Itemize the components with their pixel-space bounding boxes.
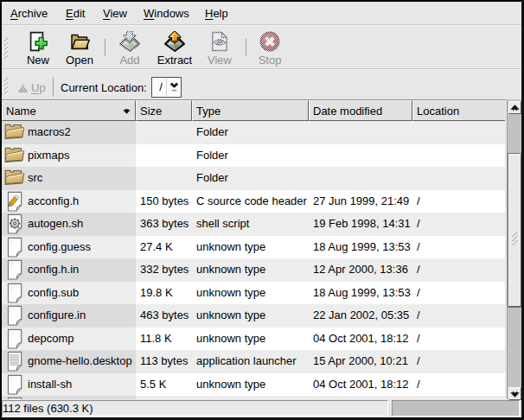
size-value: 332 bytes [140, 258, 189, 282]
name-value: install-sh [28, 373, 72, 397]
file-row-src[interactable]: srcFolder [2, 167, 505, 190]
open-button[interactable]: Open [58, 29, 101, 66]
size-value: 363 bytes [140, 213, 189, 236]
size-value: 150 bytes [140, 190, 189, 213]
column-label: Name [6, 105, 36, 118]
archive-manager-window: ArchiveEditViewWindowsHelp New Open [0, 0, 524, 420]
date-value: 04 Oct 2001, 18:12 [313, 373, 409, 397]
name-value: gnome-hello.desktop [28, 350, 132, 373]
column-header-location[interactable]: Location [412, 100, 506, 121]
name-value: autogen.sh [28, 213, 83, 236]
view-file-icon [209, 31, 230, 52]
open-folder-icon [69, 31, 90, 52]
file-icon [2, 396, 26, 399]
name-value: depcomp [28, 328, 73, 351]
column-header-date-modified[interactable]: Date modified [309, 100, 412, 121]
column-label: Type [196, 105, 220, 118]
location-toolbar-drag-handle[interactable] [3, 75, 10, 96]
vertical-scrollbar[interactable] [507, 99, 521, 399]
open-label: Open [58, 54, 101, 67]
scroll-down-button[interactable] [508, 387, 521, 400]
type-value: unknown type [196, 282, 265, 305]
scrollbar-thumb[interactable] [508, 154, 521, 307]
up-arrow-icon [18, 85, 28, 92]
add-button: Add [108, 29, 151, 66]
loc-value: / [417, 190, 420, 213]
column-header-size[interactable]: Size [136, 100, 192, 121]
column-header-row: NameSizeTypeDate modifiedLocation [2, 100, 506, 121]
file-row-configure.in[interactable]: configure.in463 bytesunknown type22 Jan … [2, 304, 505, 328]
file-row-partial[interactable] [2, 396, 505, 399]
column-header-name[interactable]: Name [2, 100, 136, 121]
date-value: 22 Jan 2002, 05:35 [313, 304, 409, 328]
file-row-gnome-hello.desktop[interactable]: gnome-hello.desktop113 bytesapplication … [2, 350, 505, 373]
column-label: Size [140, 105, 162, 118]
type-value: Folder [196, 144, 228, 168]
menu-windows[interactable]: Windows [144, 3, 189, 25]
file-row-pixmaps[interactable]: pixmapsFolder [2, 144, 505, 168]
name-value: macros2 [28, 121, 71, 144]
window-border-top [0, 0, 524, 2]
extract-button[interactable]: Extract [153, 29, 196, 66]
loc-value: / [417, 282, 420, 305]
loc-value: / [417, 328, 420, 351]
menu-edit[interactable]: Edit [66, 3, 85, 25]
toolbar-separator-line [105, 39, 105, 56]
row-background [136, 167, 505, 190]
file-row-depcomp[interactable]: depcomp11.8 Kunknown type04 Oct 2001, 18… [2, 328, 505, 351]
folder-icon [2, 121, 26, 143]
extract-label: Extract [153, 54, 196, 67]
loc-value: / [417, 213, 420, 236]
date-value: 18 Aug 1999, 13:53 [313, 236, 411, 259]
menu-view[interactable]: View [103, 3, 127, 25]
scroll-up-button[interactable] [508, 101, 521, 114]
location-separator-line [53, 77, 54, 97]
name-value: acconfig.h [28, 190, 79, 213]
thumb-grip-icon [509, 155, 521, 306]
file-row-acconfig.h[interactable]: acconfig.h150 bytesC source code header2… [2, 190, 505, 213]
file-row-config.sub[interactable]: config.sub19.8 Kunknown type18 Aug 1999,… [2, 282, 505, 305]
name-value: src [28, 167, 42, 190]
new-button[interactable]: New [16, 29, 60, 66]
type-value: Folder [196, 121, 228, 144]
size-value: 113 bytes [140, 350, 188, 373]
status-message-panel: 112 files (630.3 K) [2, 400, 388, 417]
loc-value: / [417, 304, 420, 328]
file-text-icon [2, 350, 26, 372]
file-row-config.guess[interactable]: config.guess27.4 Kunknown type18 Aug 199… [2, 236, 505, 259]
file-row-macros2[interactable]: macros2Folder [2, 121, 505, 144]
scroll-up-arrow-icon [510, 105, 520, 111]
status-progress-panel [392, 400, 520, 417]
size-value: 19.8 K [140, 282, 173, 305]
loc-value: / [417, 236, 420, 259]
name-value: config.guess [28, 236, 91, 259]
sort-indicator-icon [123, 109, 131, 114]
location-combo[interactable]: / [151, 77, 182, 98]
file-icon [2, 258, 26, 281]
add-to-archive-icon [119, 31, 140, 52]
date-value: 15 Apr 2000, 10:21 [313, 350, 408, 373]
name-value: pixmaps [28, 144, 69, 168]
column-header-type[interactable]: Type [192, 100, 309, 121]
name-value: config.sub [28, 282, 79, 305]
current-location-label: Current Location: [61, 82, 147, 94]
folder-icon [2, 144, 26, 167]
window-border-left [0, 0, 2, 420]
combo-arrows-icon [169, 82, 179, 92]
file-icon [2, 282, 26, 304]
file-row-install-sh[interactable]: install-sh5.5 Kunknown type04 Oct 2001, … [2, 373, 505, 397]
row-background [136, 121, 505, 144]
view-label: View [198, 54, 241, 67]
type-value: shell script [196, 213, 249, 236]
loc-value: / [417, 350, 420, 373]
toolbar-drag-handle[interactable] [3, 35, 10, 60]
file-row-config.h.in[interactable]: config.h.in332 bytesunknown type12 Apr 2… [2, 258, 505, 282]
up-label: Up [31, 82, 46, 94]
loc-value: / [417, 258, 420, 282]
name-value: config.h.in [28, 258, 79, 282]
size-value: 463 bytes [140, 304, 189, 328]
file-list: macros2Folder pixmapsFolder [2, 121, 505, 399]
menu-archive[interactable]: Archive [10, 3, 48, 25]
file-row-autogen.sh[interactable]: autogen.sh363 bytesshell script19 Feb 19… [2, 213, 505, 236]
menu-help[interactable]: Help [205, 3, 228, 25]
